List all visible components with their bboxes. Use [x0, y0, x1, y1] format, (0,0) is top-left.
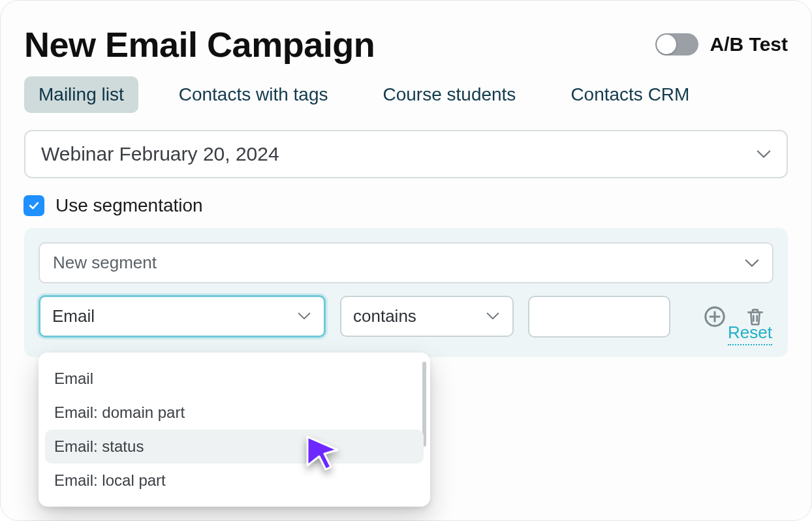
- plus-circle-icon: [704, 306, 726, 328]
- dropdown-option-email-local[interactable]: Email: local part: [45, 464, 424, 497]
- tab-mailing-list[interactable]: Mailing list: [24, 76, 138, 113]
- reset-link[interactable]: Reset: [728, 323, 772, 345]
- tabs: Mailing list Contacts with tags Course s…: [24, 76, 788, 113]
- ab-test-toggle[interactable]: [655, 33, 698, 55]
- tab-course-students[interactable]: Course students: [368, 76, 530, 113]
- header-row: New Email Campaign A/B Test: [24, 24, 788, 65]
- rule-field-select[interactable]: Email: [39, 295, 326, 338]
- tab-contacts-crm[interactable]: Contacts CRM: [556, 76, 704, 113]
- use-segmentation-checkbox[interactable]: [24, 196, 44, 215]
- dropdown-option-email[interactable]: Email: [45, 362, 424, 396]
- ab-test-label: A/B Test: [710, 33, 788, 55]
- check-icon: [27, 199, 40, 212]
- chevron-down-icon: [298, 312, 312, 321]
- page-title: New Email Campaign: [24, 24, 375, 65]
- mailing-list-value: Webinar February 20, 2024: [41, 143, 279, 165]
- dropdown-option-email-status[interactable]: Email: status: [45, 430, 424, 464]
- chevron-down-icon: [745, 259, 759, 268]
- segment-select-value: New segment: [53, 253, 157, 273]
- chevron-down-icon: [486, 312, 501, 321]
- field-dropdown: Email Email: domain part Email: status E…: [39, 353, 430, 507]
- ab-test-group: A/B Test: [655, 33, 788, 55]
- rule-operator-select[interactable]: contains: [340, 296, 514, 337]
- campaign-card: New Email Campaign A/B Test Mailing list…: [0, 0, 812, 521]
- rule-row: Email contains: [39, 295, 773, 338]
- dropdown-option-email-domain[interactable]: Email: domain part: [45, 396, 424, 430]
- chevron-down-icon: [757, 150, 771, 159]
- rule-operator-value: contains: [353, 306, 416, 326]
- segmentation-panel: New segment Email contains: [24, 228, 788, 357]
- toggle-knob: [657, 35, 676, 54]
- cursor-pointer-icon: [302, 433, 344, 475]
- use-segmentation-label: Use segmentation: [55, 195, 203, 216]
- mailing-list-select[interactable]: Webinar February 20, 2024: [24, 130, 788, 178]
- segmentation-row: Use segmentation: [24, 195, 788, 216]
- add-rule-button[interactable]: [702, 304, 728, 330]
- rule-value-input[interactable]: [528, 296, 670, 338]
- segment-select[interactable]: New segment: [39, 242, 773, 283]
- rule-field-value: Email: [52, 306, 95, 326]
- tab-contacts-tags[interactable]: Contacts with tags: [164, 76, 343, 113]
